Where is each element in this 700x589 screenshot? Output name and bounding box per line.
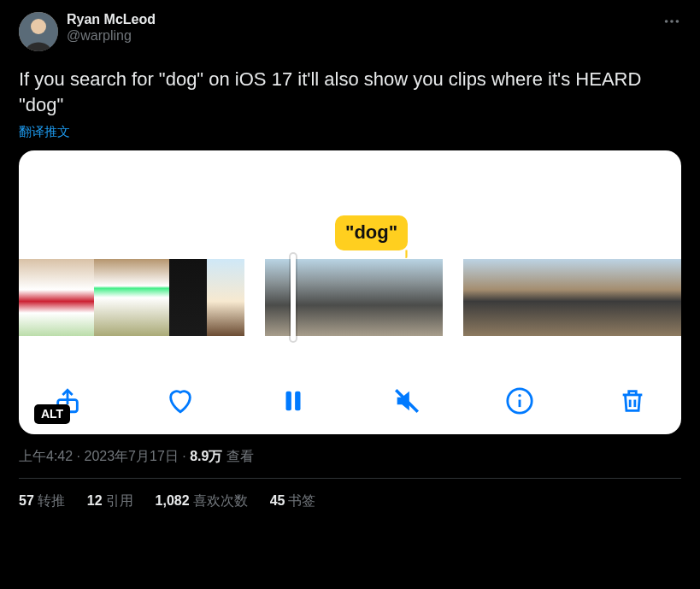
clip-thumbnail — [265, 259, 309, 336]
info-button[interactable] — [505, 386, 534, 415]
handle[interactable]: @warpling — [67, 28, 156, 44]
tweet-header: Ryan McLeod @warpling — [19, 12, 681, 51]
svg-point-11 — [518, 394, 521, 397]
tweet-text: If you search for "dog" on iOS 17 it'll … — [19, 67, 681, 117]
mute-button[interactable] — [392, 386, 421, 415]
views-count: 8.9万 — [190, 449, 222, 463]
tweet-date[interactable]: 2023年7月17日 — [84, 449, 178, 463]
svg-point-4 — [676, 20, 679, 23]
translate-link[interactable]: 翻译推文 — [19, 124, 70, 140]
trash-icon — [618, 386, 647, 415]
quotes-stat[interactable]: 12引用 — [87, 492, 133, 510]
clip-thumbnail — [132, 259, 169, 336]
video-timeline-strip — [19, 259, 681, 336]
tweet-container: Ryan McLeod @warpling If you search for … — [0, 0, 700, 510]
clip-group-3[interactable] — [463, 259, 681, 336]
media-toolbar — [19, 386, 681, 415]
clip-thumbnail — [169, 259, 207, 336]
avatar[interactable] — [19, 12, 58, 51]
tweet-meta: 上午4:42 · 2023年7月17日 · 8.9万 查看 — [19, 448, 681, 466]
like-button[interactable] — [166, 386, 195, 415]
svg-point-3 — [670, 20, 674, 23]
svg-rect-7 — [296, 392, 301, 411]
author-names: Ryan McLeod @warpling — [67, 12, 156, 44]
clip-thumbnail — [533, 259, 568, 336]
clip-thumbnail — [463, 259, 498, 336]
speaker-mute-icon — [392, 386, 421, 415]
clip-thumbnail — [638, 259, 674, 336]
svg-rect-6 — [286, 392, 291, 411]
clip-thumbnail — [56, 259, 94, 336]
display-name[interactable]: Ryan McLeod — [67, 12, 156, 27]
pause-icon — [279, 386, 308, 415]
likes-stat[interactable]: 1,082喜欢次数 — [156, 492, 248, 510]
tweet-time[interactable]: 上午4:42 — [19, 449, 73, 463]
more-menu-button[interactable] — [662, 12, 681, 34]
clip-thumbnail — [354, 259, 398, 336]
svg-point-2 — [665, 20, 668, 23]
pause-button[interactable] — [279, 386, 308, 415]
bookmarks-stat[interactable]: 45书签 — [270, 492, 316, 510]
alt-badge[interactable]: ALT — [34, 404, 70, 424]
clip-thumbnail — [207, 259, 244, 336]
clip-group-1[interactable] — [19, 259, 244, 336]
clip-thumbnail — [309, 259, 354, 336]
clip-thumbnail — [603, 259, 638, 336]
clip-thumbnail — [94, 259, 132, 336]
search-term-bubble: "dog" — [335, 215, 408, 250]
info-icon — [505, 386, 534, 415]
clip-thumbnail — [498, 259, 533, 336]
clip-thumbnail — [674, 259, 681, 336]
delete-button[interactable] — [618, 386, 647, 415]
svg-point-1 — [31, 19, 46, 34]
stats-row: 57转推 12引用 1,082喜欢次数 45书签 — [19, 479, 681, 510]
clip-thumbnail — [19, 259, 56, 336]
media-card[interactable]: "dog" — [19, 150, 681, 434]
clip-thumbnail — [568, 259, 603, 336]
playhead-indicator[interactable] — [291, 254, 296, 341]
more-icon — [662, 12, 681, 31]
heart-icon — [166, 386, 195, 415]
clip-group-2[interactable] — [265, 259, 443, 336]
retweets-stat[interactable]: 57转推 — [19, 492, 65, 510]
views-label: 查看 — [226, 449, 254, 463]
clip-thumbnail — [398, 259, 443, 336]
